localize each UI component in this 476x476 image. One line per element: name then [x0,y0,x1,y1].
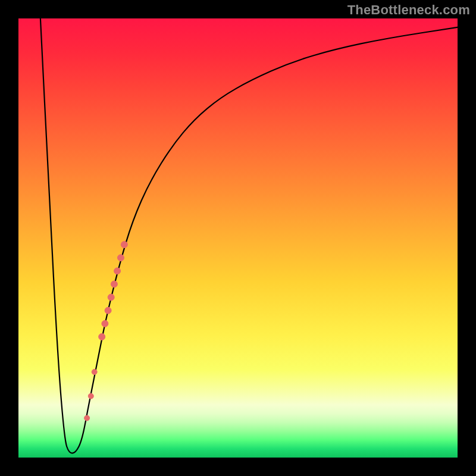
highlight-marker [114,268,121,274]
highlight-marker [111,281,117,287]
highlight-marker [102,320,108,327]
highlight-marker [84,415,90,421]
watermark-text: TheBottleneck.com [347,2,470,18]
chart-frame: TheBottleneck.com [0,0,476,476]
highlight-marker [99,334,105,340]
highlight-marker [105,307,111,314]
plot-area [18,18,458,458]
highlight-marker [108,294,114,300]
bottleneck-curve [40,18,458,453]
curve-layer [18,18,458,458]
highlight-marker [92,369,97,375]
highlight-markers [84,242,128,421]
highlight-marker [118,255,124,261]
highlight-marker [88,393,93,399]
highlight-marker [121,242,127,248]
